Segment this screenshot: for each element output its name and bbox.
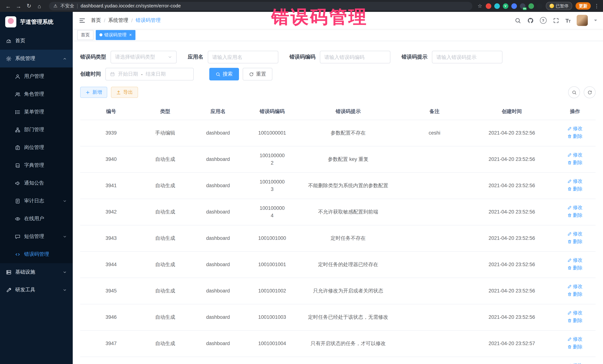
delete-row-button[interactable]: 删除 [567,343,583,351]
edit-row-button[interactable]: 修改 [567,178,583,185]
delete-row-button[interactable]: 删除 [567,317,583,324]
avatar-caret-icon[interactable] [594,20,597,22]
tab-error-code[interactable]: 错误码管理× [96,30,135,40]
sidebar-item-post[interactable]: 岗位管理 [0,139,73,156]
error-type-select[interactable]: 请选择错误码类型 [111,51,177,63]
extension-green-icon[interactable] [528,3,534,9]
add-button[interactable]: 新增 [80,87,107,98]
error-hint-input[interactable] [432,51,502,63]
search-icon[interactable] [514,17,521,23]
sidebar-item-sms[interactable]: 短信管理 [0,228,73,245]
tab-home[interactable]: 首页 [77,30,93,40]
breadcrumb: 首页 / 系统管理 / 错误码管理 [91,17,161,24]
help-icon[interactable]: ? [540,17,546,24]
not-secure-warning-icon: ⚠ [53,3,58,9]
proxy-extension-icon[interactable]: on [520,3,525,9]
show-search-button[interactable] [568,86,580,98]
extension-teal-icon[interactable] [494,3,500,9]
error-code-table: 编号类型应用名错误码编码错误码提示备注创建时间操作 3939手动编辑dashbo… [80,103,596,364]
table-toolbar: 新增 导出 [80,86,596,98]
cell-id: 3945 [80,278,142,304]
sidebar-item-notice[interactable]: 通知公告 [0,174,73,192]
cell-id: 3942 [80,199,142,225]
vue-devtools-icon[interactable]: V [503,3,508,9]
edit-row-button[interactable]: 修改 [567,231,583,238]
back-icon[interactable]: ← [4,3,13,9]
app-logo[interactable]: 芋道管理系统 [0,12,73,32]
sidebar-item-error-code[interactable]: 错误码管理 [0,245,73,263]
delete-icon [567,266,572,270]
sidebar-item-role[interactable]: 角色管理 [0,85,73,103]
sidebar-item-menu[interactable]: 菜单管理 [0,103,73,121]
sidebar-item-dev-tools[interactable]: 研发工具 [0,281,73,299]
column-header-time: 创建时间 [469,103,554,120]
url-text[interactable]: dashboard.yudao.iocoder.cn/system/error-… [81,3,181,9]
delete-row-button[interactable]: 删除 [567,212,583,219]
paused-badge[interactable]: 已暂停 [546,2,572,10]
bookmark-star-icon[interactable]: ☆ [477,3,482,9]
delete-row-button[interactable]: 删除 [567,159,583,166]
export-button-label: 导出 [123,89,133,96]
refresh-table-button[interactable] [584,86,596,98]
hamburger-icon[interactable] [79,17,86,24]
delete-row-button[interactable]: 删除 [567,291,583,298]
column-header-app: 应用名 [188,103,247,120]
cell-app: dashboard [188,252,247,278]
sidebar-item-online-user[interactable]: 在线用户 [0,210,73,228]
error-code-input[interactable] [320,51,390,63]
edit-row-button[interactable]: 修改 [567,336,583,343]
search-button[interactable]: 搜索 [209,68,239,80]
sidebar-item-dict[interactable]: 字典管理 [0,156,73,174]
annotation-title: 错误码管理 [271,5,368,29]
table-row: 3944自动生成dashboard1001001001定时任务的处理器已经存在2… [80,252,596,278]
app-name-input[interactable] [208,51,278,63]
extension-blue-icon[interactable] [511,3,517,9]
user-avatar[interactable] [577,15,588,26]
fullscreen-icon[interactable] [553,17,559,23]
font-size-icon[interactable]: TT [565,17,570,23]
address-bar[interactable]: ⚠ 不安全 dashboard.yudao.iocoder.cn/system/… [49,2,472,10]
sidebar-item-audit-log[interactable]: 审计日志 [0,192,73,210]
cell-remark [400,225,469,252]
cell-id: 3947 [80,331,142,357]
sidebar-item-user[interactable]: 用户管理 [0,67,73,85]
address-divider [77,3,78,8]
breadcrumb-home[interactable]: 首页 [91,17,101,24]
extension-red-icon[interactable] [486,3,491,9]
edit-row-button[interactable]: 修改 [567,125,583,132]
cell-remark [400,304,469,331]
sidebar-item-system[interactable]: 系统管理 [0,50,73,67]
forward-icon[interactable]: → [14,3,23,9]
filter-error-type: 错误码类型 请选择错误码类型 [80,51,177,63]
cell-code: 1001001002 [248,278,297,304]
delete-row-button[interactable]: 删除 [567,133,583,140]
not-secure-label: 不安全 [60,3,74,9]
edit-row-button[interactable]: 修改 [567,152,583,159]
delete-row-button[interactable]: 删除 [567,186,583,193]
sidebar-item-home[interactable]: 首页 [0,32,73,50]
edit-row-button[interactable]: 修改 [567,204,583,211]
home-icon[interactable]: ⌂ [35,3,44,9]
create-time-range-picker[interactable]: 开始日期 - 结束日期 [105,68,194,80]
cell-hint: 定时任务不存在 [297,225,400,252]
close-tab-icon[interactable]: × [129,33,132,37]
edit-row-button[interactable]: 修改 [567,309,583,317]
kebab-menu-icon[interactable]: ⋮ [594,3,599,9]
reload-icon[interactable]: ↻ [24,3,33,9]
sidebar-item-label: 在线用户 [24,215,44,222]
edit-row-button[interactable]: 修改 [567,283,583,290]
update-button[interactable]: 更新 [576,2,591,10]
delete-row-button[interactable]: 删除 [567,238,583,245]
delete-row-button[interactable]: 删除 [567,265,583,272]
sidebar-item-dept[interactable]: 部门管理 [0,121,73,139]
breadcrumb-system[interactable]: 系统管理 [108,17,128,24]
cell-time: 2021-04-20 23:52:56 [469,199,554,225]
github-icon[interactable] [527,17,533,23]
edit-row-button[interactable]: 修改 [567,362,583,364]
sidebar-item-infra[interactable]: 基础设施 [0,263,73,281]
reset-button[interactable]: 重置 [243,68,272,80]
octotree-icon[interactable] [537,3,542,9]
tab-label: 错误码管理 [104,32,127,38]
export-button[interactable]: 导出 [111,87,138,98]
edit-row-button[interactable]: 修改 [567,257,583,264]
